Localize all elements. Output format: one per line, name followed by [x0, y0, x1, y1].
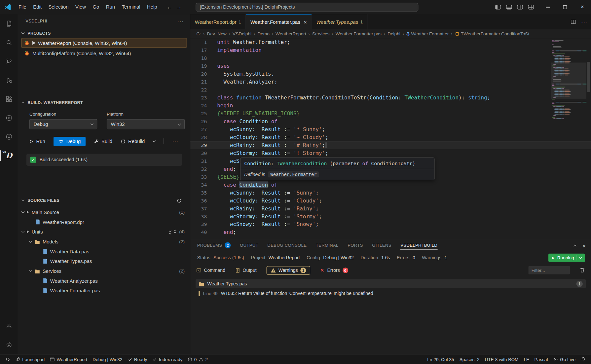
code-line-29[interactable]: 29 wcRainy: Result := '# Rainy';: [190, 141, 591, 149]
code-line-26[interactable]: 26 case Condition of: [190, 118, 591, 126]
breadcrumb-item-c[interactable]: C:: [196, 31, 201, 37]
projects-section-header[interactable]: PROJECTS: [18, 29, 190, 38]
menu-terminal[interactable]: Terminal: [118, 3, 144, 11]
code-line-38[interactable]: 38 wcStormy: Result := 'Stormy';: [190, 212, 591, 220]
code-line-34[interactable]: 34 case Condition of: [190, 181, 591, 189]
menu-file[interactable]: File: [15, 3, 30, 11]
hover-definition-link[interactable]: Weather.Formatter: [268, 171, 319, 177]
breadcrumb-item-weather-formatter[interactable]: {}Weather.Formatter: [406, 31, 449, 37]
collapse-all-icon[interactable]: [174, 230, 176, 234]
scrollbar-thumb[interactable]: [587, 62, 590, 92]
code-line-18[interactable]: 18: [190, 54, 591, 62]
status-active-project[interactable]: WeatherReport: [48, 355, 90, 363]
vsdelphi-icon[interactable]: vsD: [0, 146, 18, 165]
code-editor[interactable]: 1unit Weather.Formatter;17implementation…: [190, 38, 591, 239]
tree-item-weatherreport-dpr[interactable]: WeatherReport.dpr: [18, 217, 190, 227]
command-view-button[interactable]: Command: [196, 268, 225, 273]
code-line-30[interactable]: 30 wcStormy: Result := '! Stormy';: [190, 149, 591, 157]
status-launchpad[interactable]: Launchpad: [13, 355, 47, 363]
breadcrumb-item-vsdelphi[interactable]: VSDelphi: [233, 31, 251, 37]
code-line-17[interactable]: 17implementation: [190, 46, 591, 54]
editor-scrollbar[interactable]: [586, 38, 591, 239]
close-button[interactable]: ×: [574, 0, 591, 14]
extensions-icon[interactable]: [0, 90, 18, 109]
run-commands-icon[interactable]: [0, 109, 18, 127]
tab-weather-formatter-pas[interactable]: Weather.Formatter.pas×: [246, 14, 312, 29]
tree-item-weather-formatter-pas[interactable]: Weather.Formatter.pas: [18, 286, 190, 296]
panel-tab-terminal[interactable]: TERMINAL: [316, 239, 339, 251]
status-build-config[interactable]: Debug | Win32: [90, 355, 125, 363]
status-ready[interactable]: Ready: [126, 355, 150, 363]
split-editor-icon[interactable]: [571, 19, 576, 24]
configuration-select[interactable]: Debug: [29, 119, 97, 129]
status-index-ready[interactable]: Index ready: [150, 355, 185, 363]
gitlens-icon[interactable]: [0, 127, 18, 146]
breadcrumb-item-demo[interactable]: Demo: [257, 31, 270, 37]
output-view-button[interactable]: Output: [235, 268, 257, 273]
menu-go[interactable]: Go: [89, 3, 102, 11]
close-panel-icon[interactable]: ×: [582, 243, 586, 249]
tab-weatherreport-dpr[interactable]: WeatherReport.dpr1: [190, 14, 246, 29]
build-button[interactable]: Build: [94, 138, 112, 144]
more-actions-icon[interactable]: ···: [177, 18, 184, 24]
status-remote[interactable]: [3, 355, 13, 363]
tree-item-models[interactable]: Models(2): [18, 237, 190, 246]
status-language-mode[interactable]: Pascal: [532, 355, 550, 363]
toggle-panel-icon[interactable]: [506, 5, 512, 10]
settings-icon[interactable]: [0, 335, 18, 354]
more-actions-icon[interactable]: ···: [172, 138, 178, 144]
code-line-35[interactable]: 35 wcSunny: Result := 'Sunny';: [190, 189, 591, 197]
code-line-23[interactable]: 23class function TWeatherFormatter.Condi…: [190, 94, 591, 102]
minimize-button[interactable]: [539, 0, 556, 14]
code-line-39[interactable]: 39 wcSnowy: Result := 'Snowy';: [190, 220, 591, 228]
code-line-19[interactable]: 19uses: [190, 62, 591, 70]
code-line-22[interactable]: 22: [190, 86, 591, 94]
chevron-down-icon[interactable]: [153, 139, 156, 142]
warning-item[interactable]: Line 49 W1035: Return value of function …: [196, 291, 586, 296]
status-eol[interactable]: LF: [522, 355, 532, 363]
code-line-27[interactable]: 27 wcSunny: Result := '* Sunny';: [190, 126, 591, 133]
toggle-sidebar-icon[interactable]: [495, 5, 501, 10]
tree-item-units[interactable]: Units(4): [18, 227, 190, 237]
customize-layout-icon[interactable]: [528, 5, 534, 10]
tree-item-weather-analyzer-pas[interactable]: Weather.Analyzer.pas: [18, 276, 190, 286]
toggle-secondary-sidebar-icon[interactable]: [517, 5, 523, 10]
filter-input[interactable]: [529, 266, 570, 274]
panel-tab-vsdelphi-build[interactable]: VSDELPHI BUILD: [400, 239, 437, 251]
tree-item-services[interactable]: Services(2): [18, 266, 190, 276]
status-indentation[interactable]: Spaces: 2: [457, 355, 482, 363]
menu-run[interactable]: Run: [102, 3, 118, 11]
breadcrumb-item-weather-formatter-pas[interactable]: Weather.Formatter.pas: [336, 31, 382, 37]
forward-button[interactable]: →: [176, 4, 182, 10]
status-encoding[interactable]: UTF-8 with BOM: [483, 355, 521, 363]
menu-selection[interactable]: Selection: [45, 3, 72, 11]
code-line-21[interactable]: 21 Weather.Analyzer;: [190, 78, 591, 86]
breadcrumb-item-services[interactable]: Services: [312, 31, 330, 37]
run-and-debug-icon[interactable]: [0, 71, 18, 90]
status-problems[interactable]: 02: [185, 355, 210, 363]
code-line-25[interactable]: 25{$IFDEF USE_WEATHER_ICONS}: [190, 110, 591, 118]
expand-all-icon[interactable]: [169, 230, 171, 234]
search-icon[interactable]: [0, 33, 18, 52]
code-line-40[interactable]: 40 end;: [190, 228, 591, 236]
explorer-icon[interactable]: [0, 14, 18, 33]
breadcrumb-item-tweatherformatter-conditiontost[interactable]: TWeatherFormatter.ConditionToSt: [455, 31, 530, 37]
status-cursor-position[interactable]: Ln 29, Col 35: [425, 355, 456, 363]
menu-help[interactable]: Help: [144, 3, 161, 11]
code-line-28[interactable]: 28 wcCloudy: Result := '~ Cloudy';: [190, 133, 591, 141]
platform-select[interactable]: Win32: [107, 119, 185, 129]
code-line-36[interactable]: 36 wcCloudy: Result := 'Cloudy';: [190, 197, 591, 204]
status-notifications[interactable]: [578, 355, 588, 363]
project-item[interactable]: WeatherReport (Console, Win32, Win64): [21, 38, 187, 48]
code-line-20[interactable]: 20 System.SysUtils,: [190, 70, 591, 78]
command-center-search[interactable]: [Extension Development Host] DelphiProje…: [196, 3, 418, 12]
menu-edit[interactable]: Edit: [30, 3, 45, 11]
minimap[interactable]: [551, 38, 586, 239]
problems-file-group[interactable]: Weather.Types.pas 1: [196, 279, 586, 288]
panel-tab-problems[interactable]: PROBLEMS2: [197, 239, 231, 251]
account-icon[interactable]: [0, 316, 18, 335]
clear-output-icon[interactable]: [580, 268, 585, 273]
source-control-icon[interactable]: [0, 52, 18, 71]
running-button[interactable]: ▶ Running: [548, 254, 585, 262]
breadcrumb-item-weatherreport[interactable]: WeatherReport: [276, 31, 306, 37]
